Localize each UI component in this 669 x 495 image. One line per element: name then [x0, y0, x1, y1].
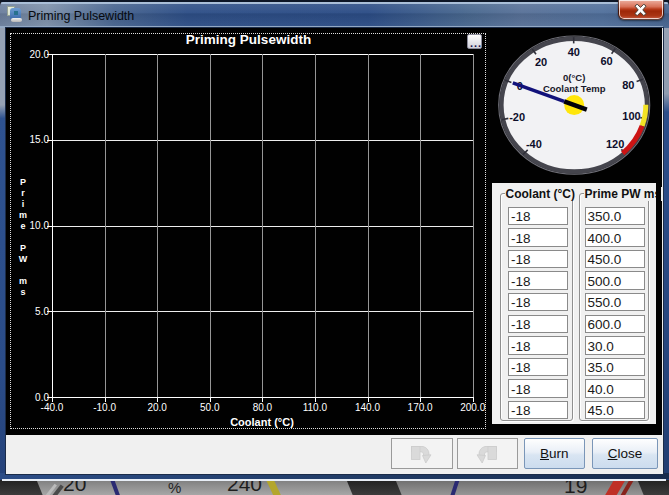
svg-text:40: 40	[568, 46, 580, 58]
svg-text:60: 60	[600, 55, 612, 67]
svg-text:-40: -40	[526, 138, 542, 150]
svg-text:80: 80	[622, 79, 634, 91]
svg-text:20: 20	[535, 55, 547, 67]
svg-text:Coolant Temp: Coolant Temp	[543, 82, 606, 93]
svg-text:120: 120	[606, 137, 624, 149]
svg-text:-20: -20	[509, 111, 525, 123]
svg-text:100: 100	[622, 110, 640, 122]
svg-text:0(°C): 0(°C)	[563, 72, 585, 83]
